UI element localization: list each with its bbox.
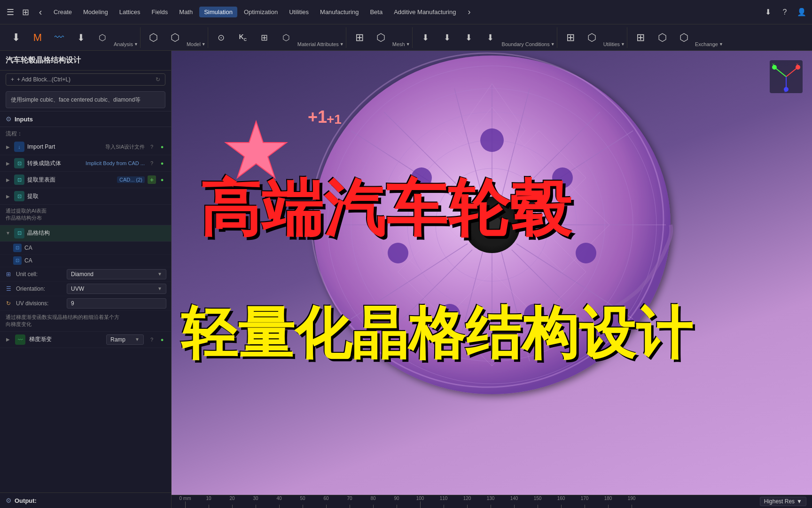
prop-arrow-orient: ▼	[157, 286, 162, 291]
toolbar-boundary-btn4[interactable]: ⬇	[480, 27, 501, 48]
gradient-actions: ? ●	[148, 335, 166, 344]
toolbar-analysis-btn1[interactable]: ⬇	[6, 27, 26, 48]
cad-item-1[interactable]: ⊡ CA	[0, 242, 171, 254]
toolbar-mesh-btn2[interactable]: ⬡	[371, 27, 391, 48]
prop-label-unit: Unit cell:	[16, 271, 63, 278]
prop-value-uv[interactable]: 9	[67, 298, 166, 309]
plus-decoration-2: +1	[327, 112, 342, 127]
inputs-header: ⚙ Inputs	[0, 111, 171, 127]
toolbar-model-btn1[interactable]: ⬡	[143, 27, 164, 48]
prop-value-orient[interactable]: UVW ▼	[67, 284, 166, 294]
svg-point-27	[576, 243, 596, 263]
help-icon[interactable]: ?	[778, 6, 791, 19]
lattice-label: 晶格结构	[27, 229, 166, 237]
ruler-mark-40: 40	[267, 495, 291, 508]
toolbar-material-btn2[interactable]: KC	[233, 27, 253, 48]
prop-unit-cell: ⊞ Unit cell: Diamond ▼	[0, 267, 171, 282]
add-block-clock-icon: ↻	[156, 76, 160, 83]
toolbar-group-analysis: ⬇ Μ 〰 ⬇ ⬡ Analysis ▼	[4, 27, 141, 48]
menu-optimization[interactable]: Optimization	[239, 7, 282, 17]
expand-icon-extract2[interactable]: ▶	[5, 193, 11, 199]
menu-create[interactable]: Create	[49, 7, 77, 17]
toolbar-analysis-btn3[interactable]: 〰	[49, 27, 70, 48]
ruler-mark-120: 120	[455, 495, 479, 508]
expand-icon-implicit[interactable]: ▶	[5, 160, 11, 167]
desc-text-1: 通过提取的AI表面作品格结构分布	[0, 205, 171, 225]
expand-icon-gradient[interactable]: ▶	[5, 336, 11, 343]
flow-item-extract-surface[interactable]: ▶ ⊡ 提取里表面 CAD... (2) + ●	[0, 172, 171, 188]
ruler-mark-110: 110	[432, 495, 455, 508]
toolbar-material-btn1[interactable]: ⊙	[211, 27, 232, 48]
gradient-help[interactable]: ?	[148, 335, 156, 344]
svg-text:X: X	[796, 63, 799, 67]
grid-icon[interactable]: ⊞	[19, 6, 32, 19]
flow-item-import-part[interactable]: ▶ ↓ Import Part 导入SIA设计文件 ? ●	[0, 139, 171, 155]
import-part-help[interactable]: ?	[148, 143, 156, 151]
resolution-dropdown[interactable]: Highest Res ▼	[760, 497, 806, 506]
toolbar-boundary-btn3[interactable]: ⬇	[459, 27, 479, 48]
expand-icon-extract[interactable]: ▶	[5, 176, 11, 183]
menu-manufacturing[interactable]: Manufacturing	[315, 7, 363, 17]
toolbar-exchange-btn2[interactable]: ⬡	[652, 27, 672, 48]
toolbar-boundary-btn1[interactable]: ⬇	[415, 27, 436, 48]
main-layout: 汽车轮毂晶格结构设计 + + Add Block...(Ctrl+L) ↻ 使用…	[0, 51, 812, 508]
prop-value-unit[interactable]: Diamond ▼	[67, 269, 166, 279]
toolbar-analysis-btn5[interactable]: ⬡	[92, 27, 113, 48]
ruler-mark-160: 160	[549, 495, 573, 508]
flow-label: 流程：	[0, 127, 171, 139]
user-icon[interactable]: 👤	[795, 6, 808, 19]
download-icon[interactable]: ⬇	[761, 6, 774, 19]
back-icon[interactable]: ‹	[34, 6, 47, 19]
add-block-label: + Add Block...(Ctrl+L)	[17, 76, 70, 83]
extract-label: 提取里表面	[27, 176, 114, 184]
menu-lattices[interactable]: Lattices	[115, 7, 145, 17]
implicit-actions: ? ●	[148, 159, 166, 167]
import-part-sub: 导入SIA设计文件	[105, 143, 145, 151]
cad-icon-1: ⊡	[13, 244, 22, 252]
ruler-content: 0 mm 10 20 30 40	[172, 495, 643, 508]
prop-icon-orient: ☰	[5, 285, 12, 293]
implicit-icon: ⊡	[14, 158, 24, 168]
extract-actions: + ●	[148, 175, 166, 184]
hamburger-icon[interactable]: ☰	[4, 6, 17, 19]
menu-beta[interactable]: Beta	[365, 7, 387, 17]
implicit-help[interactable]: ?	[148, 159, 156, 167]
toolbar-utilities-btn2[interactable]: ⬡	[582, 27, 602, 48]
import-icon: ↓	[14, 142, 24, 152]
toolbar-material-btn3[interactable]: ⊞	[254, 27, 275, 48]
toolbar-exchange-btn1[interactable]: ⊞	[630, 27, 651, 48]
menu-simulation[interactable]: Simulation	[199, 7, 237, 17]
menu-fields[interactable]: Fields	[147, 7, 173, 17]
extract-add[interactable]: +	[148, 175, 156, 184]
toolbar-group-material: ⊙ KC ⊞ ⬡ Material Attributes ▼	[209, 27, 346, 48]
toolbar-material-btn4[interactable]: ⬡	[276, 27, 297, 48]
expand-icon-import[interactable]: ▶	[5, 143, 11, 150]
toolbar-exchange-btn3[interactable]: ⬡	[673, 27, 694, 48]
prop-arrow-unit: ▼	[157, 271, 162, 277]
menu-additive[interactable]: Additive Manufacturing	[389, 7, 461, 17]
expand-icon-lattice[interactable]: ▼	[5, 230, 11, 237]
toolbar-analysis-btn2[interactable]: Μ	[27, 27, 48, 48]
ruler-bottom: 0 mm 10 20 30 40	[172, 495, 812, 508]
add-block-button[interactable]: + + Add Block...(Ctrl+L) ↻	[6, 73, 165, 86]
toolbar-mesh-btn1[interactable]: ⊞	[349, 27, 370, 48]
flow-item-extract2[interactable]: ▶ ⊡ 提取	[0, 188, 171, 205]
toolbar-utilities-btn1[interactable]: ⊞	[560, 27, 581, 48]
prop-label-uv: UV divisions:	[16, 300, 63, 307]
toolbar-group-model: ⬡ ⬡ Model ▼	[141, 27, 208, 48]
toolbar-model-btn2[interactable]: ⬡	[165, 27, 186, 48]
implicit-label: 转换成隐式体	[27, 159, 83, 167]
cad-item-2[interactable]: ⊡ CA	[0, 254, 171, 267]
more-icon[interactable]: ›	[462, 6, 476, 19]
gradient-value[interactable]: Ramp ▼	[106, 334, 144, 345]
menu-modeling[interactable]: Modeling	[78, 7, 113, 17]
toolbar-analysis-btn4[interactable]: ⬇	[70, 27, 91, 48]
toolbar-boundary-btn2[interactable]: ⬇	[437, 27, 458, 48]
menu-utilities[interactable]: Utilities	[284, 7, 313, 17]
ruler-mark-50: 50	[291, 495, 314, 508]
flow-item-lattice[interactable]: ▼ ⊡ 晶格结构	[0, 225, 171, 242]
flow-item-implicit[interactable]: ▶ ⊡ 转换成隐式体 Implicit Body from CAD ... ? …	[0, 155, 171, 172]
ruler-mark-60: 60	[314, 495, 338, 508]
ruler-mark-180: 180	[596, 495, 620, 508]
menu-math[interactable]: Math	[174, 7, 197, 17]
